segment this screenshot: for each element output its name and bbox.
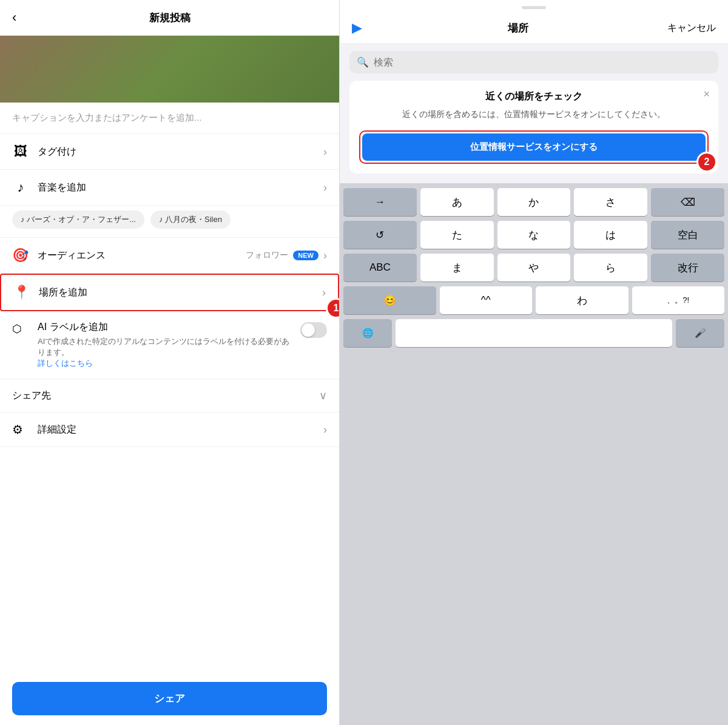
keyboard-row-4: 😊 ^^ わ 、。?! xyxy=(343,286,724,314)
handle-bar xyxy=(522,6,546,9)
music-chip-1[interactable]: ♪ バーズ・オブ・ア・フェザー... xyxy=(12,211,144,229)
ai-content: AI ラベルを追加 AIで作成された特定のリアルなコンテンツにはラベルを付ける必… xyxy=(38,321,294,369)
nearby-panel: × 近くの場所をチェック 近くの場所を含めるには、位置情報サービスをオンにしてく… xyxy=(349,81,718,174)
key-punctuation[interactable]: 、。?! xyxy=(632,286,725,314)
keyboard-row-2: ↺ た な は 空白 xyxy=(343,221,724,249)
search-input[interactable] xyxy=(374,57,711,68)
back-button[interactable]: ‹ xyxy=(12,10,16,25)
key-a[interactable]: あ xyxy=(420,188,494,216)
photo-preview xyxy=(0,36,339,103)
ai-desc: AIで作成された特定のリアルなコンテンツにはラベルを付ける必要があります。 xyxy=(38,336,294,358)
modal-handle xyxy=(340,0,728,13)
music-options: ♪ バーズ・オブ・ア・フェザー... ♪ 八月の夜・Silen xyxy=(0,206,339,238)
nearby-title: 近くの場所をチェック xyxy=(359,90,709,103)
keyboard-bottom-row: 🌐 🎤 xyxy=(343,319,724,347)
tag-label: タグ付け xyxy=(38,146,323,158)
keyboard-row-1: → あ か さ ⌫ xyxy=(343,188,724,216)
key-ha[interactable]: は xyxy=(574,221,647,249)
nearby-desc: 近くの場所を含めるには、位置情報サービスをオンにしてください。 xyxy=(359,108,709,121)
ai-label-row: ⬡ AI ラベルを追加 AIで作成された特定のリアルなコンテンツにはラベルを付け… xyxy=(0,311,339,379)
left-panel: ‹ 新規投稿 キャプションを入力またはアンケートを追加... 🖼 タグ付け › … xyxy=(0,0,340,725)
share-dest-row[interactable]: シェア先 ∨ xyxy=(0,379,339,413)
detail-settings-icon: ⚙ xyxy=(12,422,29,437)
step-2-badge: 2 xyxy=(696,152,717,172)
location-chevron: › xyxy=(322,286,326,299)
key-ta[interactable]: た xyxy=(420,221,494,249)
new-badge: NEW xyxy=(293,251,318,260)
music-label: 音楽を追加 xyxy=(38,181,323,194)
location-header-title: 場所 xyxy=(368,21,667,35)
caption-placeholder: キャプションを入力またはアンケートを追加... xyxy=(12,112,202,123)
audience-label: オーディエンス xyxy=(38,249,246,262)
share-dest-chevron: ∨ xyxy=(319,389,327,402)
ai-toggle[interactable] xyxy=(300,322,327,338)
nearby-close-button[interactable]: × xyxy=(703,88,710,101)
detail-settings-label: 詳細設定 xyxy=(38,423,323,436)
key-ma[interactable]: ま xyxy=(420,254,494,282)
tag-icon: 🖼 xyxy=(12,144,29,160)
detail-settings-row[interactable]: ⚙ 詳細設定 › xyxy=(0,413,339,447)
audience-sub: フォロワー xyxy=(246,250,288,261)
key-space[interactable]: 空白 xyxy=(651,221,724,249)
page-title: 新規投稿 xyxy=(149,11,190,25)
search-bar[interactable]: 🔍 xyxy=(349,51,718,73)
key-wa[interactable]: わ xyxy=(536,286,629,314)
key-na[interactable]: な xyxy=(497,221,571,249)
share-dest-label: シェア先 xyxy=(12,389,319,402)
key-undo[interactable]: ↺ xyxy=(343,221,417,249)
tag-menu-item[interactable]: 🖼 タグ付け › xyxy=(0,134,339,170)
key-backspace[interactable]: ⌫ xyxy=(651,188,724,216)
audience-menu-item[interactable]: 🎯 オーディエンス フォロワー NEW › xyxy=(0,238,339,274)
keyboard-row-3: ABC ま や ら 改行 xyxy=(343,254,724,282)
location-label: 場所を追加 xyxy=(39,286,322,299)
music-chevron: › xyxy=(323,181,327,194)
enable-location-btn-wrap: 位置情報サービスをオンにする xyxy=(359,130,709,164)
location-icon: 📍 xyxy=(13,285,30,300)
music-chip-2[interactable]: ♪ 八月の夜・Silen xyxy=(150,211,231,229)
detail-settings-chevron: › xyxy=(323,423,327,436)
key-ra[interactable]: ら xyxy=(574,254,647,282)
ai-title: AI ラベルを追加 xyxy=(38,321,294,334)
ai-link[interactable]: 詳しくはこちら xyxy=(38,358,294,369)
key-spacebar[interactable] xyxy=(396,319,672,347)
tag-chevron: › xyxy=(323,146,327,158)
key-ya[interactable]: や xyxy=(497,254,571,282)
right-panel: ▶ 場所 キャンセル 🔍 × 近くの場所をチェック 近くの場所を含めるには、位置… xyxy=(340,0,728,725)
cancel-button[interactable]: キャンセル xyxy=(667,22,716,35)
key-globe[interactable]: 🌐 xyxy=(343,319,392,347)
music-chip-1-label: ♪ バーズ・オブ・ア・フェザー... xyxy=(21,214,136,225)
key-ka[interactable]: か xyxy=(497,188,571,216)
key-caret[interactable]: ^^ xyxy=(440,286,533,314)
music-icon: ♪ xyxy=(12,180,29,195)
search-icon: 🔍 xyxy=(357,56,369,68)
music-chip-2-label: ♪ 八月の夜・Silen xyxy=(159,214,222,225)
location-header: ▶ 場所 キャンセル xyxy=(340,13,728,44)
audience-chevron: › xyxy=(323,249,327,262)
key-mic[interactable]: 🎤 xyxy=(676,319,724,347)
key-sa[interactable]: さ xyxy=(574,188,647,216)
new-post-header: ‹ 新規投稿 xyxy=(0,0,339,36)
location-menu-item[interactable]: 📍 場所を追加 › xyxy=(0,274,339,311)
key-emoji[interactable]: 😊 xyxy=(343,286,436,314)
ai-icon: ⬡ xyxy=(12,322,29,336)
enable-location-button[interactable]: 位置情報サービスをオンにする xyxy=(362,133,706,161)
key-arrow[interactable]: → xyxy=(343,188,417,216)
keyboard-area: → あ か さ ⌫ ↺ た な は 空白 ABC ま や ら 改行 😊 ^^ わ… xyxy=(340,183,728,725)
key-abc[interactable]: ABC xyxy=(343,254,417,282)
music-menu-item[interactable]: ♪ 音楽を追加 › xyxy=(0,170,339,206)
location-nav-icon[interactable]: ▶ xyxy=(352,20,362,36)
caption-area[interactable]: キャプションを入力またはアンケートを追加... xyxy=(0,103,339,134)
share-button[interactable]: シェア xyxy=(12,682,327,715)
key-return[interactable]: 改行 xyxy=(651,254,724,282)
audience-icon: 🎯 xyxy=(12,248,29,263)
